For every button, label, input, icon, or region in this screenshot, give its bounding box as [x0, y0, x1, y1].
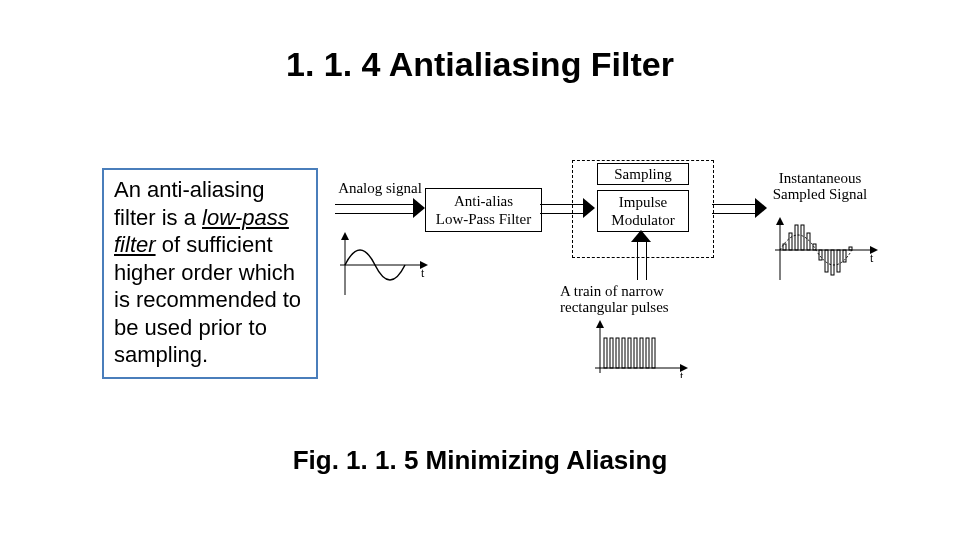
svg-rect-24 — [801, 225, 804, 250]
plot-sampled-output: t — [770, 215, 880, 285]
svg-rect-11 — [622, 338, 625, 368]
label-anti-alias-2: Low-Pass Filter — [436, 210, 531, 228]
label-pulses-2: rectangular pulses — [560, 299, 715, 316]
svg-rect-16 — [652, 338, 655, 368]
label-anti-alias-1: Anti-alias — [454, 192, 513, 210]
plot-pulse-train: t — [590, 318, 690, 378]
axis-t-analog: t — [421, 266, 425, 280]
svg-rect-27 — [819, 250, 822, 260]
svg-rect-15 — [646, 338, 649, 368]
svg-rect-12 — [628, 338, 631, 368]
svg-rect-8 — [604, 338, 607, 368]
definition-box: An anti-aliasing filter is a low-pass fi… — [102, 168, 318, 379]
svg-rect-32 — [849, 247, 852, 250]
svg-marker-18 — [776, 217, 784, 225]
svg-marker-1 — [341, 232, 349, 240]
block-impulse-modulator: Impulse Modulator — [597, 190, 689, 232]
label-sampling: Sampling — [614, 165, 672, 183]
axis-t-output: t — [870, 251, 874, 265]
figure-caption: Fig. 1. 1. 5 Minimizing Aliasing — [0, 445, 960, 476]
plot-analog-signal: t — [335, 230, 430, 300]
svg-rect-10 — [616, 338, 619, 368]
label-impulse-2: Modulator — [611, 211, 674, 229]
svg-rect-21 — [783, 244, 786, 250]
page-title: 1. 1. 4 Antialiasing Filter — [0, 45, 960, 84]
svg-rect-13 — [634, 338, 637, 368]
block-diagram: Analog signal Anti-alias Low-Pass Filter… — [325, 160, 895, 415]
svg-rect-30 — [837, 250, 840, 272]
svg-rect-25 — [807, 233, 810, 250]
label-output-1: Instantaneous — [760, 170, 880, 187]
label-analog-signal: Analog signal — [335, 180, 425, 197]
label-impulse-1: Impulse — [619, 193, 667, 211]
label-output-2: Sampled Signal — [760, 186, 880, 203]
label-sampling-box: Sampling — [597, 163, 689, 185]
axis-t-pulses: t — [680, 369, 684, 378]
svg-rect-9 — [610, 338, 613, 368]
block-anti-alias-filter: Anti-alias Low-Pass Filter — [425, 188, 542, 232]
slide: 1. 1. 4 Antialiasing Filter An anti-alia… — [0, 0, 960, 540]
svg-rect-14 — [640, 338, 643, 368]
svg-marker-5 — [596, 320, 604, 328]
svg-rect-28 — [825, 250, 828, 272]
svg-rect-29 — [831, 250, 834, 275]
label-pulses-1: A train of narrow — [560, 283, 715, 300]
svg-rect-23 — [795, 225, 798, 250]
svg-rect-22 — [789, 233, 792, 250]
